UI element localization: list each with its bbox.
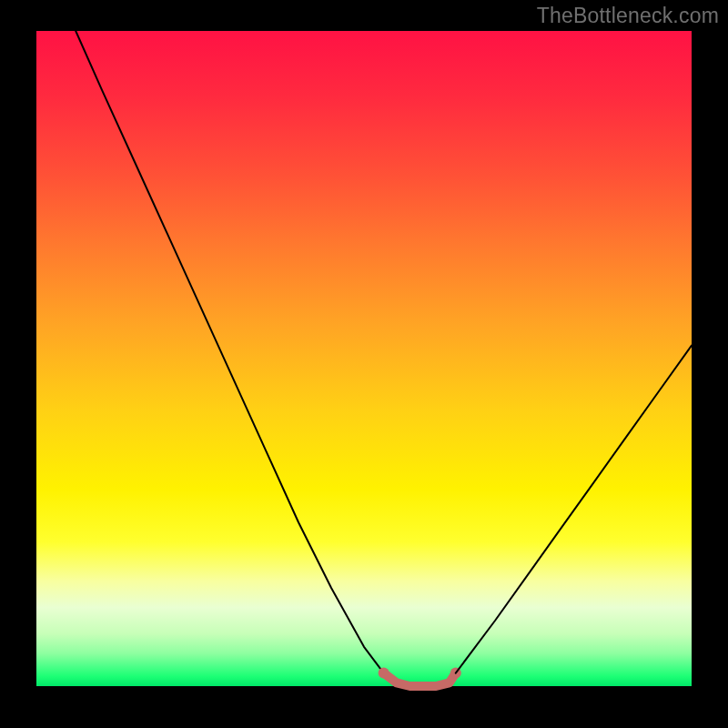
series-minimum-flat (384, 673, 456, 686)
attribution-watermark: TheBottleneck.com (537, 4, 719, 28)
curve-svg (36, 31, 692, 686)
curve-group (76, 31, 692, 686)
plot-area (36, 31, 692, 686)
series-right-branch (456, 346, 692, 673)
series-left-branch (76, 31, 383, 673)
series-minimum-flat-endpoint (379, 668, 389, 679)
chart-frame: TheBottleneck.com (0, 0, 728, 728)
